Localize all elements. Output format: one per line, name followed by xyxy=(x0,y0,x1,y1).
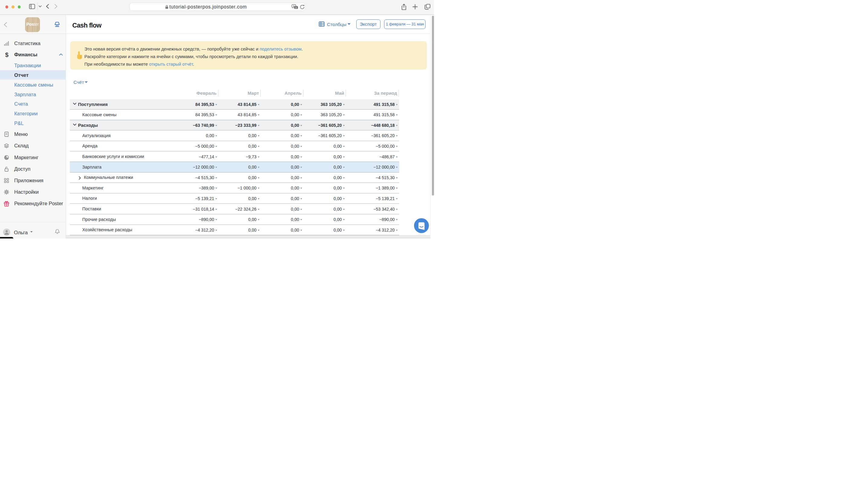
svg-text:文: 文 xyxy=(295,6,297,9)
